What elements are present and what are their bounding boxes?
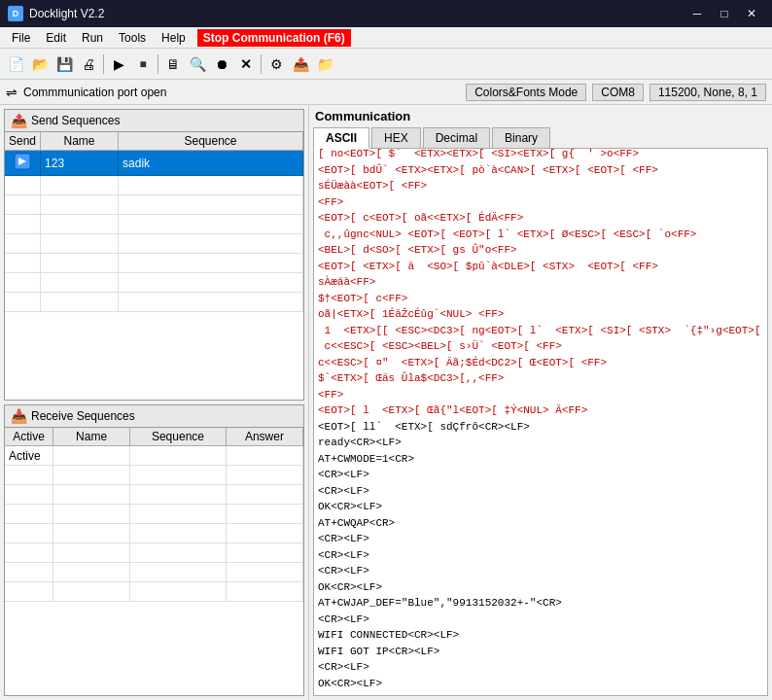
- receive-sequence-row-empty4: [5, 524, 303, 543]
- connection-icon: ⇌: [6, 85, 18, 100]
- tab-binary[interactable]: Binary: [492, 127, 550, 148]
- menu-tools[interactable]: Tools: [111, 29, 154, 47]
- comm-line: <CR><LF>: [318, 531, 763, 547]
- receive-sequences-box: 📥 Receive Sequences Active Name Sequence…: [4, 404, 304, 696]
- send-sequence-row-empty5: [5, 254, 303, 273]
- comm-line: <FF>: [318, 387, 763, 403]
- comm-line: <CR><LF>: [318, 547, 763, 564]
- comm-line: <EOT>[ ll` <ETX>[ sdÇfrô<CR><LF>: [318, 419, 763, 436]
- comm-line: oã|<ETX>[ 1ÉäŽcÉûg`<NUL> <FF>: [318, 306, 763, 323]
- menu-help[interactable]: Help: [154, 29, 193, 47]
- menu-run[interactable]: Run: [74, 29, 111, 47]
- save-button[interactable]: 💾: [53, 52, 76, 76]
- comm-line: 1 <ETX>[[ <ESC><DC3>[ ng<EOT>[ l` <ETX>[…: [318, 323, 763, 339]
- right-panel: Communication ASCII HEX Decimal Binary <…: [309, 105, 772, 700]
- menu-file[interactable]: File: [4, 29, 38, 47]
- receive-sequence-row-empty3: [5, 505, 303, 524]
- status-text: Commmunication port open: [23, 86, 460, 99]
- receive-col-active: Active: [5, 428, 53, 446]
- clear-button[interactable]: ✕: [234, 52, 258, 76]
- com-port-badge[interactable]: COM8: [592, 84, 644, 101]
- receive-sequence-row-empty5: [5, 543, 303, 563]
- monitor-button[interactable]: 🖥: [161, 52, 185, 76]
- send-row-1-sequence: sadik: [119, 151, 303, 176]
- comm-line: <EOT>[ <ETX>[ ä <SO>[ $pû`à<DLE>[ <STX> …: [318, 259, 763, 275]
- comm-line: OK<CR><LF>: [318, 579, 763, 596]
- stop-button[interactable]: ■: [131, 52, 155, 76]
- communication-output[interactable]: <EOT>[ c<FF>nä|<ETX>[ Ä1Ž†<FS> à<EOT>[ c…: [313, 149, 768, 696]
- send-sequences-header: 📤 Send Sequences: [5, 110, 303, 132]
- receive-col-name: Name: [53, 428, 130, 446]
- new-button[interactable]: 📄: [4, 52, 27, 76]
- toolbar: 📄 📂 💾 🖨 ▶ ■ 🖥 🔍 ⏺ ✕ ⚙ 📤 📁: [0, 49, 772, 80]
- receive-sequence-row-1: Active: [5, 446, 303, 466]
- tab-ascii[interactable]: ASCII: [313, 127, 369, 149]
- comm-line: <EOT>[ bdÛ` <ETX><ETX>[ pò`à<CAN>[ <ETX>…: [318, 162, 763, 179]
- title-bar-text: Docklight V2.2: [29, 7, 684, 20]
- tab-hex[interactable]: HEX: [371, 127, 421, 148]
- comm-line: c<<ESC>[ ¤" <ETX>[ Äã;$Éd<DC2>[ Œ<EOT>[ …: [318, 355, 763, 371]
- send-sequence-row-empty: [5, 176, 303, 195]
- print-button[interactable]: 🖨: [77, 52, 100, 76]
- minimize-button[interactable]: ─: [684, 4, 710, 23]
- settings-button[interactable]: ⚙: [264, 52, 288, 76]
- comm-line: $†<EOT>[ c<FF>: [318, 291, 763, 307]
- send-sequences-icon: 📤: [11, 113, 27, 128]
- stop-communication-button[interactable]: Stop Communication (F6): [197, 29, 351, 47]
- receive-row-1-answer: [226, 446, 302, 466]
- colors-fonts-badge[interactable]: Colors&Fonts Mode: [466, 84, 586, 101]
- left-panel: 📤 Send Sequences Send Name Sequence: [0, 105, 309, 700]
- toolbar-separator-3: [261, 54, 262, 74]
- comm-line: OK<CR><LF>: [318, 676, 763, 692]
- receive-row-1-name: [53, 446, 130, 466]
- receive-row-1-active: Active: [5, 446, 53, 466]
- comm-line: c<<ESC>[ <ESC><BEL>[ s›Ü` <EOT>[ <FF>: [318, 338, 763, 355]
- comm-line: AT+CWMODE=1<CR>: [318, 451, 763, 468]
- comm-line: sÀæáà<FF>: [318, 274, 763, 291]
- comm-line: <EOT>[ l <ETX>[ Œã{"l<EOT>[ ‡Ý<NUL> Ä<FF…: [318, 402, 763, 419]
- send-col-name: Name: [41, 132, 119, 151]
- play-button[interactable]: ▶: [107, 52, 130, 76]
- receive-col-answer: Answer: [226, 428, 302, 446]
- receive-col-sequence: Sequence: [130, 428, 227, 446]
- send-sequence-row-empty7: [5, 293, 303, 312]
- send-row-1-name: 123: [41, 151, 119, 176]
- baud-rate-badge[interactable]: 115200, None, 8, 1: [649, 84, 766, 101]
- receive-sequences-icon: 📥: [11, 408, 27, 424]
- send-sequence-row-empty3: [5, 215, 303, 234]
- open-button[interactable]: 📂: [28, 52, 52, 76]
- comm-line: <CR><LF>: [318, 563, 763, 579]
- receive-sequence-row-empty7: [5, 582, 303, 602]
- receive-sequences-header: 📥 Receive Sequences: [5, 405, 303, 428]
- send-col-sequence: Sequence: [119, 132, 303, 151]
- record-button[interactable]: ⏺: [210, 52, 233, 76]
- search-button[interactable]: 🔍: [186, 52, 209, 76]
- status-bar: ⇌ Commmunication port open Colors&Fonts …: [0, 80, 772, 105]
- title-bar: D Docklight V2.2 ─ □ ✕: [0, 0, 772, 27]
- send-sequences-table: Send Name Sequence 123 sadik: [5, 132, 303, 312]
- send-col-send: Send: [5, 132, 41, 151]
- receive-sequence-row-empty1: [5, 466, 303, 485]
- tab-decimal[interactable]: Decimal: [423, 127, 490, 148]
- comm-line: <CR><LF>: [318, 659, 763, 676]
- comm-line: <CR><LF>: [318, 467, 763, 483]
- close-button[interactable]: ✕: [739, 4, 764, 23]
- communication-header: Communication: [313, 109, 768, 123]
- comm-line: OK<CR><LF>: [318, 499, 763, 515]
- send-sequence-row-1[interactable]: 123 sadik: [5, 151, 303, 176]
- send-seq-button[interactable]: 📤: [289, 52, 312, 76]
- comm-line: AT+CWJAP_DEF="Blue","9913152032+-"<CR>: [318, 595, 763, 612]
- receive-row-1-seq: [130, 446, 227, 466]
- comm-line: [ no<EOT>[ $` <ETX><ETX>[ <SI><ETX>[ g{ …: [318, 149, 763, 162]
- comm-line: WIFI CONNECTED<CR><LF>: [318, 627, 763, 644]
- maximize-button[interactable]: □: [712, 4, 737, 23]
- send-sequence-row-empty6: [5, 273, 303, 293]
- comm-line: AT+CWQAP<CR>: [318, 515, 763, 532]
- menu-edit[interactable]: Edit: [38, 29, 74, 47]
- toolbar-separator-2: [158, 54, 158, 74]
- folder-button[interactable]: 📁: [313, 52, 336, 76]
- menu-bar: File Edit Run Tools Help Stop Communicat…: [0, 27, 772, 49]
- receive-sequences-title: Receive Sequences: [31, 409, 135, 423]
- comm-line: WIFI GOT IP<CR><LF>: [318, 644, 763, 660]
- comm-line: c,,ûgnc<NUL> <EOT>[ <EOT>[ l` <ETX>[ Ø<E…: [318, 227, 763, 243]
